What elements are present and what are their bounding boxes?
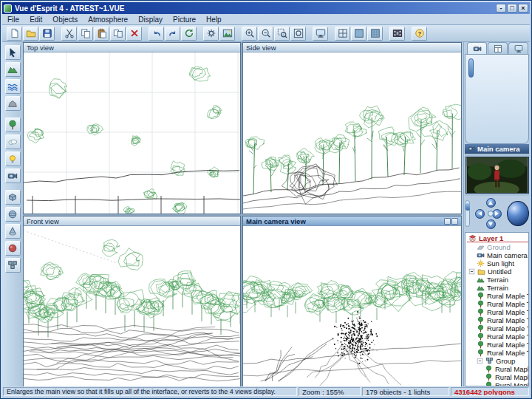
tree-item-rural-maple-tre[interactable]: Rural Maple Tre: [467, 373, 528, 381]
zoom-in-button[interactable]: [242, 27, 257, 41]
tab-layout[interactable]: [488, 42, 508, 54]
new-scene-button[interactable]: [7, 27, 22, 41]
toggle-main-view-button[interactable]: [313, 27, 328, 41]
tree-item-label: Terrain: [487, 284, 508, 292]
menu-edit[interactable]: Edit: [24, 15, 47, 24]
main-camera-canvas[interactable]: [243, 226, 461, 387]
menu-help[interactable]: Help: [201, 15, 227, 24]
top-view-canvas[interactable]: [24, 52, 240, 214]
zoom-slider[interactable]: [465, 200, 470, 227]
tree-item-rural-maple-tre[interactable]: Rural Maple Tre: [467, 324, 528, 332]
menu-picture[interactable]: Picture: [168, 15, 201, 24]
undo-button[interactable]: [149, 27, 164, 41]
tree-item-rural-maple-tre[interactable]: Rural Maple Tre: [467, 292, 528, 300]
tab-display[interactable]: [508, 42, 528, 54]
arrow-icon: [7, 47, 18, 58]
tree-item-ground[interactable]: Ground: [467, 243, 528, 251]
material-tool-button[interactable]: [5, 241, 21, 256]
cut-button[interactable]: [61, 27, 77, 41]
scene-tree: Layer 1GroundMain cameraSun lightUntitle…: [465, 232, 529, 386]
select-tool-button[interactable]: [5, 45, 21, 60]
tree-icon: [477, 324, 485, 332]
tree-item-untitled[interactable]: Untitled: [467, 267, 528, 276]
cube-tool-button[interactable]: [5, 190, 21, 205]
zoom-all-button[interactable]: [290, 27, 306, 41]
collapse-icon[interactable]: [477, 358, 483, 364]
copy-button[interactable]: [78, 27, 93, 41]
paste-button[interactable]: [94, 27, 109, 41]
tree-item-rural-maple-tre[interactable]: Rural Maple Tre: [467, 308, 528, 316]
render-options-button[interactable]: [203, 27, 219, 41]
rock-tool-button[interactable]: [5, 96, 21, 111]
display-shaded-button[interactable]: [351, 27, 366, 41]
menu-display[interactable]: Display: [133, 15, 168, 24]
render-animation-button[interactable]: [389, 27, 405, 41]
tree-item-rural-maple-tre[interactable]: Rural Maple Tre: [467, 365, 528, 373]
panel-scroll-indicator[interactable]: [468, 58, 474, 78]
camera-navigation: [465, 196, 529, 231]
tab-cameras[interactable]: [467, 42, 487, 54]
display-wireframe-button[interactable]: [335, 27, 350, 41]
front-view-canvas[interactable]: [24, 226, 240, 387]
close-button[interactable]: ×: [518, 4, 528, 13]
zoom-region-button[interactable]: [274, 27, 290, 41]
tree-item-rural-maple-tre[interactable]: Rural Maple Tre: [467, 316, 528, 324]
tree-item-terrain[interactable]: Terrain: [467, 284, 528, 292]
view-options-button[interactable]: [451, 218, 458, 225]
redo-button[interactable]: [165, 27, 180, 41]
tree-item-group[interactable]: Group: [467, 357, 528, 365]
tree-item-terrain[interactable]: Terrain: [467, 276, 528, 284]
terrain-tool-button[interactable]: [5, 62, 21, 77]
zoom-out-button[interactable]: [258, 27, 273, 41]
refresh-views-button[interactable]: [181, 27, 197, 41]
quick-render-button[interactable]: [219, 27, 235, 41]
side-view-titlebar[interactable]: Side view: [243, 43, 461, 52]
tree-item-rural-maple-tre[interactable]: Rural Maple Tre: [467, 349, 528, 357]
light-tool-button[interactable]: [5, 151, 21, 166]
tree-item-main-camera[interactable]: Main camera: [467, 251, 528, 259]
water-plane-tool-button[interactable]: [5, 79, 21, 94]
cloud-tool-button[interactable]: [5, 134, 21, 149]
open-scene-button[interactable]: [23, 27, 38, 41]
top-view-titlebar[interactable]: Top view: [24, 43, 240, 52]
side-view-canvas[interactable]: [243, 52, 461, 214]
delete-button[interactable]: [126, 27, 142, 41]
pan-right-button[interactable]: [492, 209, 502, 219]
tree-item-label: Ground: [487, 243, 511, 251]
pan-left-button[interactable]: [475, 209, 485, 219]
plant-tool-button[interactable]: [5, 117, 21, 132]
tree-item-rural-maple-tre[interactable]: Rural Maple Tre: [467, 341, 528, 349]
duplicate-button[interactable]: [110, 27, 126, 41]
menu-atmosphere[interactable]: Atmosphere: [83, 15, 133, 24]
camera-preview[interactable]: [465, 154, 529, 196]
tree-item-sun-light[interactable]: Sun light: [467, 259, 528, 267]
sphere-tool-button[interactable]: [5, 207, 21, 222]
display-textured-button[interactable]: [367, 27, 383, 41]
minimize-button[interactable]: -: [496, 4, 506, 13]
save-scene-button[interactable]: [39, 27, 55, 41]
front-view-titlebar[interactable]: Front view: [24, 216, 240, 226]
camera-tool-button[interactable]: [5, 168, 21, 183]
group-tool-button[interactable]: [5, 258, 21, 273]
toolbar-group: [313, 27, 328, 41]
menu-objects[interactable]: Objects: [47, 15, 83, 24]
main-camera-view-titlebar[interactable]: Main camera view: [243, 216, 461, 226]
pan-up-button[interactable]: [486, 198, 496, 208]
tree-item-layer-1[interactable]: Layer 1: [467, 234, 528, 242]
right-panel: Main camera: [463, 42, 530, 386]
sun-icon: [477, 259, 485, 267]
tree-item-rural-maple-tre[interactable]: Rural Maple Tre: [467, 300, 528, 308]
collapse-icon[interactable]: [468, 268, 475, 275]
trackball-control[interactable]: [507, 201, 529, 226]
tree-item-rural-maple-tre[interactable]: Rural Maple Tre: [467, 332, 528, 341]
bulb-icon: [7, 154, 18, 164]
pan-down-button[interactable]: [486, 219, 496, 229]
title-bar[interactable]: Vue d'Esprit 4 - ATREST~1.VUE -□×: [2, 2, 530, 14]
cone-tool-button[interactable]: [5, 224, 21, 239]
context-help-button[interactable]: ?: [412, 27, 427, 41]
view-maximize-button[interactable]: [444, 218, 451, 225]
tree-item-rural-maple-tre[interactable]: Rural Maple Tre: [467, 381, 528, 386]
maximize-button[interactable]: □: [507, 4, 517, 13]
menu-file[interactable]: File: [2, 15, 24, 24]
zoom-slider-thumb[interactable]: [466, 203, 470, 211]
